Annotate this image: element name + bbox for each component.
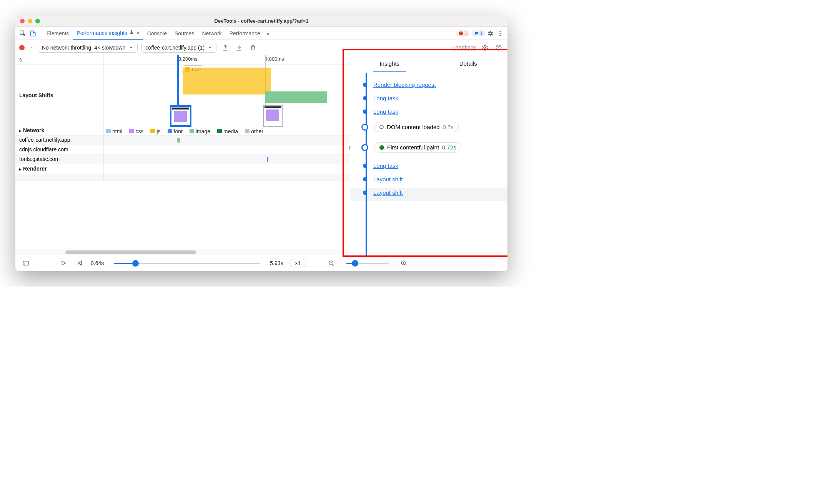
- titlebar: DevTools - coffee-cart.netlify.app/?ad=1: [15, 15, 507, 27]
- insight-item[interactable]: Long task: [350, 161, 507, 174]
- insight-item[interactable]: Long task: [350, 107, 507, 120]
- insights-toolbar: No network throttling, 4× slowdown coffe…: [15, 40, 507, 55]
- help-icon[interactable]: [494, 43, 504, 53]
- milestone-first-contentful-paint[interactable]: First contentful paint 0.72s: [350, 141, 507, 161]
- row-placeholder: [15, 174, 350, 181]
- close-icon[interactable]: ×: [136, 30, 140, 36]
- record-options[interactable]: [28, 45, 34, 51]
- window-title: DevTools - coffee-cart.netlify.app/?ad=1: [15, 18, 507, 24]
- insights-list: Render blocking request Long task Long t…: [350, 73, 507, 255]
- milestone-dom-content-loaded[interactable]: DOM content loaded 0.7s: [350, 120, 507, 141]
- import-icon[interactable]: [234, 43, 244, 53]
- timeline-pane: s 3,200ms 4,800ms LCP Layout Shifts: [15, 55, 350, 255]
- screenshots-toggle-icon[interactable]: [21, 258, 31, 268]
- svg-point-5: [500, 33, 501, 34]
- flask-icon: [129, 30, 134, 36]
- throttling-select[interactable]: No network throttling, 4× slowdown: [38, 43, 138, 53]
- time-axis: s 3,200ms 4,800ms LCP: [15, 55, 350, 65]
- record-button[interactable]: [19, 45, 25, 50]
- origin-select[interactable]: coffee-cart.netlify.app (1): [141, 43, 217, 53]
- layout-shifts-label: Layout Shifts: [15, 65, 104, 126]
- zoom-slider[interactable]: [346, 263, 389, 264]
- panel-tabbar: Elements Performance insights × Console …: [15, 27, 507, 40]
- svg-point-10: [25, 264, 25, 265]
- tab-sources[interactable]: Sources: [171, 27, 198, 40]
- feedback-link[interactable]: Feedback: [452, 45, 476, 51]
- timeline-footer: 0.64s 5.93s x1: [15, 255, 507, 271]
- export-icon[interactable]: [220, 43, 230, 53]
- network-row[interactable]: coffee-cart.netlify.app: [15, 136, 350, 145]
- insight-item[interactable]: Render blocking request: [350, 80, 507, 93]
- zoom-in-icon[interactable]: [399, 258, 409, 268]
- tab-elements[interactable]: Elements: [43, 27, 73, 40]
- settings-icon[interactable]: [485, 28, 495, 38]
- filmstrip-thumb[interactable]: [170, 105, 191, 127]
- network-row[interactable]: cdnjs.cloudflare.com: [15, 145, 350, 155]
- playback-speed[interactable]: x1: [289, 259, 307, 267]
- tab-network[interactable]: Network: [198, 27, 225, 40]
- panel-body: s 3,200ms 4,800ms LCP Layout Shifts: [15, 55, 507, 255]
- issues-badge[interactable]: 1: [472, 30, 485, 36]
- insight-item[interactable]: Layout shift: [350, 188, 507, 201]
- svg-point-6: [500, 35, 501, 36]
- error-badge[interactable]: 1: [456, 30, 470, 36]
- layout-shifts-lane[interactable]: Layout Shifts: [15, 65, 350, 126]
- renderer-section-header[interactable]: ▸Renderer: [15, 164, 350, 174]
- insight-tabbar: Insights Details: [350, 55, 507, 72]
- svg-point-7: [484, 46, 486, 48]
- inspect-element-icon[interactable]: [18, 28, 28, 38]
- toolbar-settings-icon[interactable]: [480, 43, 490, 53]
- filmstrip-thumb[interactable]: [263, 105, 283, 127]
- range-start: 0.64s: [91, 260, 104, 266]
- network-legend: html css js font image media other: [104, 126, 350, 137]
- range-end: 5.93s: [270, 260, 283, 266]
- pane-expand-handle[interactable]: ❯: [348, 140, 350, 154]
- svg-point-4: [500, 31, 501, 32]
- tab-console[interactable]: Console: [143, 27, 171, 40]
- kebab-menu-icon[interactable]: [495, 28, 505, 38]
- svg-rect-2: [33, 32, 35, 36]
- tab-performance[interactable]: Performance: [226, 27, 264, 40]
- svg-rect-9: [23, 261, 28, 265]
- network-section-header[interactable]: ▸Network html css js font image media ot…: [15, 126, 350, 136]
- devtools-window: DevTools - coffee-cart.netlify.app/?ad=1…: [15, 15, 507, 271]
- delete-icon[interactable]: [248, 43, 258, 53]
- time-range-slider[interactable]: [114, 263, 260, 264]
- device-toolbar-icon[interactable]: [28, 28, 38, 38]
- zoom-out-icon[interactable]: [326, 258, 336, 268]
- insights-pane: ❯ Insights Details Render blocking reque…: [350, 55, 507, 255]
- more-tabs[interactable]: »: [264, 27, 272, 40]
- tab-performance-insights[interactable]: Performance insights ×: [73, 27, 143, 40]
- network-row[interactable]: fonts.gstatic.com: [15, 155, 350, 164]
- insight-item[interactable]: Long task: [350, 93, 507, 107]
- insight-item[interactable]: Layout shift: [350, 174, 507, 188]
- tab-details[interactable]: Details: [429, 55, 508, 72]
- play-icon[interactable]: [58, 258, 68, 268]
- horizontal-scrollbar[interactable]: [15, 249, 350, 255]
- jump-to-start-icon[interactable]: [75, 258, 85, 268]
- tab-insights[interactable]: Insights: [350, 55, 429, 72]
